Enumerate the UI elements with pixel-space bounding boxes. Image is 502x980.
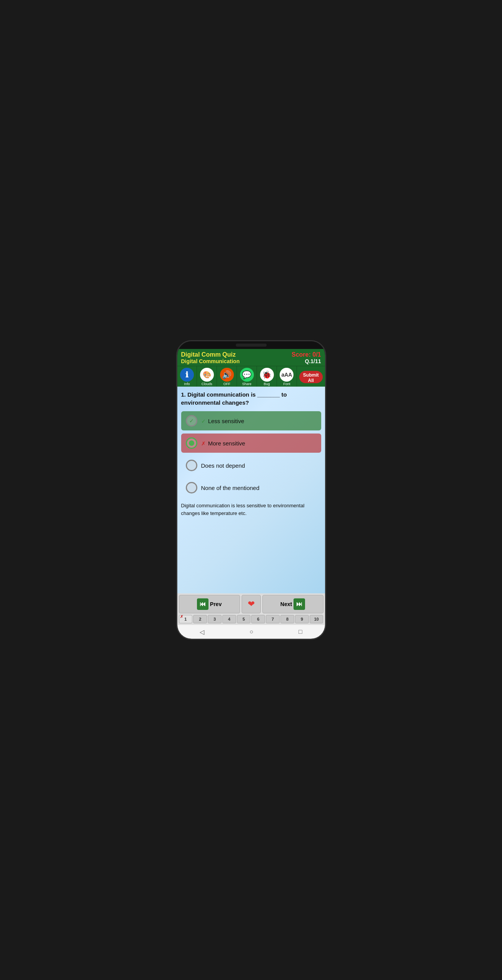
dot-8[interactable]: 8 xyxy=(280,615,294,623)
bottom-nav: ⏮ Prev ❤ Next ⏭ ✗ 1 2 3 4 5 6 7 xyxy=(177,593,325,625)
dot-10[interactable]: 10 xyxy=(310,615,324,623)
toolbar-clouds[interactable]: 🎨 Clouds xyxy=(197,366,217,387)
font-icon: aAA xyxy=(280,368,294,382)
info-icon: ℹ xyxy=(180,368,194,382)
option-a-label: ✓ Less sensitive xyxy=(201,418,244,424)
dot-6[interactable]: 6 xyxy=(251,615,265,623)
dot-7[interactable]: 7 xyxy=(266,615,280,623)
bug-label: Bug xyxy=(264,382,270,386)
clouds-label: Clouds xyxy=(202,382,212,386)
system-nav-bar: ◁ ○ □ xyxy=(177,625,325,639)
radio-b xyxy=(186,437,197,449)
recent-button[interactable]: □ xyxy=(299,628,302,635)
next-icon: ⏭ xyxy=(294,598,305,610)
radio-a: ✓ xyxy=(186,415,197,427)
dot-3[interactable]: 3 xyxy=(208,615,222,623)
app-title: Digital Comm Quiz xyxy=(181,351,236,358)
share-label: Share xyxy=(242,382,252,386)
toolbar-font[interactable]: aAA Font xyxy=(277,366,297,387)
question-number: Q.1/11 xyxy=(305,358,321,364)
question-text: 1. Digital communication is _______ to e… xyxy=(181,390,321,407)
option-b[interactable]: ✗ More sensitive xyxy=(181,434,321,453)
home-button[interactable]: ○ xyxy=(250,628,254,635)
dot-1[interactable]: ✗ 1 xyxy=(179,615,193,623)
check-mark-a: ✓ xyxy=(189,418,194,424)
info-label: Info xyxy=(184,382,190,386)
main-content: 1. Digital communication is _______ to e… xyxy=(177,387,325,593)
toolbar-share[interactable]: 💬 Share xyxy=(237,366,257,387)
option-d-label: None of the mentioned xyxy=(201,485,260,491)
option-d[interactable]: None of the mentioned xyxy=(181,478,321,497)
dot-2[interactable]: 2 xyxy=(193,615,207,623)
next-button[interactable]: Next ⏭ xyxy=(262,595,324,613)
app-container: Digital Comm Quiz Score: 0/1 Digital Com… xyxy=(177,349,325,639)
toolbar-submit[interactable]: Submit All xyxy=(297,366,325,387)
nav-buttons: ⏮ Prev ❤ Next ⏭ xyxy=(179,595,324,613)
explanation-text: Digital communication is less sensitive … xyxy=(181,502,321,517)
dot-4[interactable]: 4 xyxy=(222,615,236,623)
clouds-icon: 🎨 xyxy=(200,368,214,382)
header-top: Digital Comm Quiz Score: 0/1 xyxy=(181,351,321,358)
phone-frame: Digital Comm Quiz Score: 0/1 Digital Com… xyxy=(176,340,326,640)
prev-icon: ⏮ xyxy=(197,598,208,610)
question-dots: ✗ 1 2 3 4 5 6 7 8 9 10 xyxy=(179,615,324,623)
radio-c xyxy=(186,460,197,471)
option-b-label: ✗ More sensitive xyxy=(201,440,245,447)
back-button[interactable]: ◁ xyxy=(200,628,204,636)
radio-inner-b xyxy=(189,440,194,446)
submit-all-button[interactable]: Submit All xyxy=(299,371,323,383)
header-bottom: Digital Communication Q.1/11 xyxy=(181,358,321,364)
off-label: OFF xyxy=(223,382,230,386)
toolbar-off[interactable]: 🔊 OFF xyxy=(217,366,237,387)
dot-9[interactable]: 9 xyxy=(295,615,309,623)
toolbar-bug[interactable]: 🐞 Bug xyxy=(257,366,277,387)
notch xyxy=(236,344,267,347)
dot-5[interactable]: 5 xyxy=(237,615,251,623)
option-c-label: Does not depend xyxy=(201,462,245,469)
wrong-mark-1: ✗ xyxy=(180,615,183,619)
header: Digital Comm Quiz Score: 0/1 Digital Com… xyxy=(177,349,325,366)
tick-icon-a: ✓ xyxy=(201,418,206,424)
status-bar xyxy=(177,341,325,349)
share-icon: 💬 xyxy=(240,368,254,382)
prev-button[interactable]: ⏮ Prev xyxy=(179,595,240,613)
off-icon: 🔊 xyxy=(220,368,234,382)
option-a[interactable]: ✓ ✓ Less sensitive xyxy=(181,411,321,430)
favorite-button[interactable]: ❤ xyxy=(242,595,261,613)
toolbar-info[interactable]: ℹ Info xyxy=(177,366,197,387)
option-c[interactable]: Does not depend xyxy=(181,456,321,475)
cross-icon-b: ✗ xyxy=(201,440,206,447)
subject-title: Digital Communication xyxy=(181,358,240,364)
score-display: Score: 0/1 xyxy=(292,351,321,358)
radio-d xyxy=(186,482,197,493)
toolbar: ℹ Info 🎨 Clouds 🔊 OFF 💬 Share 🐞 Bug xyxy=(177,366,325,387)
font-label: Font xyxy=(283,382,290,386)
bug-icon: 🐞 xyxy=(260,368,274,382)
